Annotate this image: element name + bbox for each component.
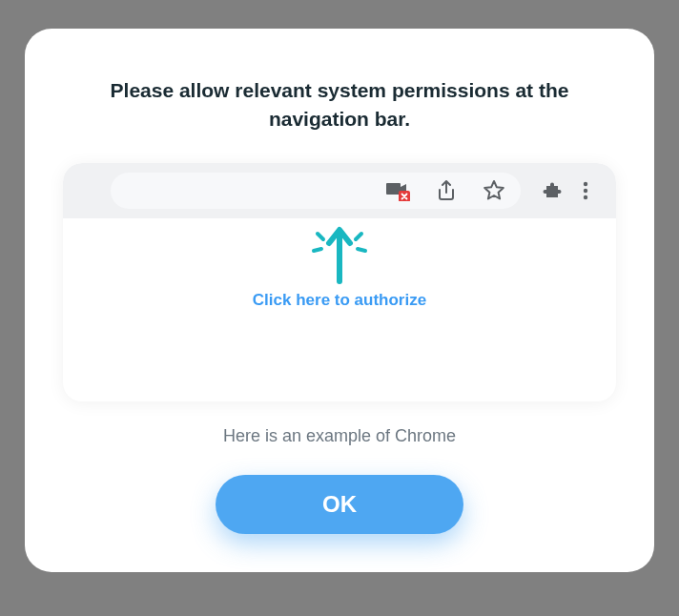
svg-line-7 [314,249,321,251]
ok-button[interactable]: OK [216,475,463,534]
svg-point-2 [584,189,587,193]
arrow-up-icon [306,222,373,285]
star-icon [483,179,505,202]
svg-point-3 [584,195,587,199]
puzzle-icon [542,179,565,202]
svg-line-8 [358,249,365,251]
address-bar-right [111,173,521,209]
more-vertical-icon [574,179,597,202]
svg-point-1 [584,182,587,186]
browser-example-card: Click here to authorize [63,163,616,401]
example-caption: Here is an example of Chrome [223,426,456,446]
authorize-hint-text: Click here to authorize [253,291,426,310]
svg-line-5 [318,234,323,239]
permission-modal: Please allow relevant system permissions… [25,29,654,572]
browser-toolbar [63,163,616,218]
svg-line-6 [356,234,361,239]
modal-title: Please allow relevant system permissions… [72,76,607,134]
camera-blocked-icon [385,180,410,201]
authorize-hint: Click here to authorize [235,222,444,310]
share-icon [435,179,458,202]
